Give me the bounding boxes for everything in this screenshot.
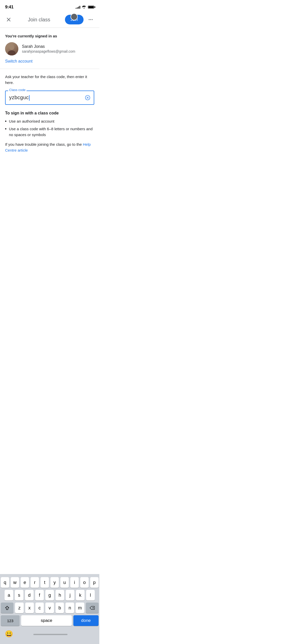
input-label: Class code — [8, 88, 26, 92]
list-item: Use a class code with 6–8 letters or num… — [5, 126, 94, 138]
user-email: sarahjonaspageflows@gmail.com — [22, 49, 75, 53]
clear-button[interactable] — [84, 94, 91, 101]
text-cursor — [29, 95, 30, 101]
svg-point-0 — [89, 19, 90, 20]
close-button[interactable] — [4, 15, 13, 24]
nav-bar: Join class Join — [0, 13, 99, 28]
avatar — [5, 42, 18, 55]
class-code-input[interactable]: yzbcguc — [5, 91, 94, 105]
user-name: Sarah Jonas — [22, 44, 75, 49]
class-code-value: yzbcguc — [9, 95, 83, 101]
status-time: 9:41 — [5, 5, 13, 10]
user-details: Sarah Jonas sarahjonaspageflows@gmail.co… — [22, 44, 75, 53]
sign-in-title: To sign in with a class code — [5, 111, 94, 115]
bullet-dot — [5, 121, 6, 122]
avatar-image — [5, 42, 18, 55]
main-content: You're currently signed in as Sarah Jona… — [0, 28, 99, 153]
status-icons — [76, 5, 94, 9]
avatar — [71, 13, 78, 20]
help-text: If you have trouble joining the class, g… — [5, 142, 94, 153]
list-item: Use an authorised account — [5, 119, 94, 124]
divider — [0, 69, 99, 69]
instruction-text: Ask your teacher for the class code, the… — [5, 74, 94, 85]
switch-account-link[interactable]: Switch account — [5, 59, 33, 64]
battery-icon — [88, 6, 94, 9]
signal-icon — [76, 6, 80, 9]
join-button[interactable]: Join — [65, 15, 84, 24]
more-button[interactable] — [86, 15, 95, 24]
user-info: Sarah Jonas sarahjonaspageflows@gmail.co… — [5, 42, 94, 55]
signed-in-label: You're currently signed in as — [5, 34, 94, 38]
class-code-field[interactable]: Class code yzbcguc — [5, 91, 94, 105]
nav-right: Join — [65, 15, 95, 24]
wifi-icon — [82, 5, 86, 9]
status-bar: 9:41 — [0, 0, 99, 13]
svg-point-1 — [90, 19, 91, 20]
page-title: Join class — [28, 17, 50, 23]
svg-point-2 — [92, 19, 93, 20]
bullet-dot — [5, 128, 6, 129]
bullet-list: Use an authorised account Use a class co… — [5, 119, 94, 138]
